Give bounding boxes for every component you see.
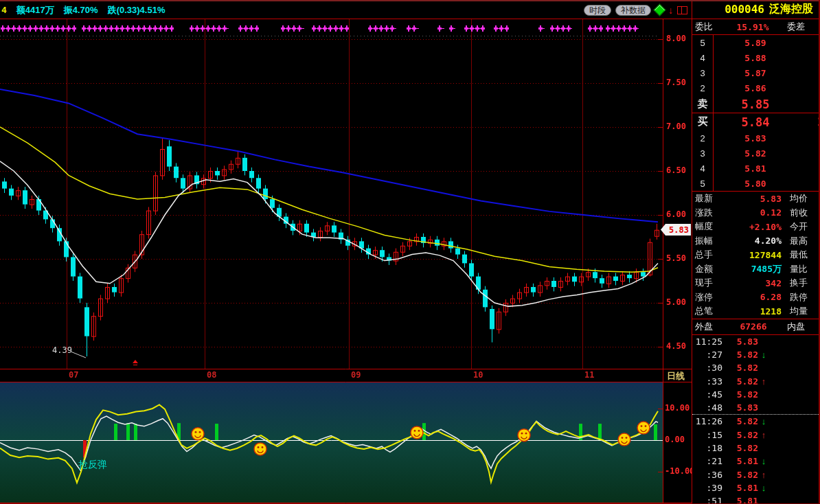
stat-row: 总手 127844 最低 [692,248,820,262]
price-axis-label: 6.00 [666,209,686,219]
window-split-icon[interactable] [677,6,687,14]
stats-table: 最新 5.83 均价 涨跌 0.12 前收 幅度 +2.10% 今开 振幅 4.… [692,191,820,319]
outer-volume-label: 外盘 [692,321,720,333]
tick-row: :30 5.82 78 [692,361,820,374]
turnover-label: 额4417万 [16,4,54,16]
bid1-volume: 16 [798,116,820,128]
stat-row: 现手 342 换手 [692,276,820,290]
tick-row: :45 5.82 24 [692,388,820,401]
ask-row: 5 5.89 79 [692,35,820,50]
leading-digit: 4 [1,5,7,15]
ask-rows: 5 5.89 79 4 5.88 22 3 5.87 6 2 5.86 10 [692,35,820,95]
top-status-bar: 4 额4417万 振4.70% 跌(0.33)4.51% 时段 补数据 ↓ [0,1,692,19]
tick-row: :39 5.81 ↓ 5 [692,481,820,494]
weicha-label: 委差 [787,21,820,33]
indicator-scale-label: 10.00 [665,403,690,413]
period-tab-daily[interactable]: 日线 [667,370,685,382]
stock-name: 泛海控股 [769,2,813,16]
price-axis-label: 7.50 [666,78,686,87]
tick-row: :15 5.82 ↑ 1 [692,428,820,442]
bid-row: 5 5.80 64 [692,176,820,191]
price-axis-label: 8.00 [666,34,686,43]
price-axis-label: 4.50 [666,341,686,351]
current-price-tag: 5.83 [661,224,691,236]
stock-title: 000046 泛海控股 [692,0,820,19]
month-label: 08 [207,370,216,380]
period-button[interactable]: 时段 [584,5,611,16]
stat-row: 总笔 1218 均量 [692,304,820,319]
amplitude-label: 振4.70% [64,4,98,16]
tick-row: :48 5.83 90 [692,401,820,414]
order-book: 5 5.89 79 4 5.88 22 3 5.87 6 2 5.86 10 [692,35,820,191]
bid-rows: 2 5.83 18 3 5.82 14 4 5.81 51 5 5.80 64 [692,130,820,191]
tick-list: 11:25 5.83 32 :27 5.82 ↓ 20 :30 5.82 78 … [692,335,820,504]
stat-row: 振幅 4.20% 最高 [692,234,820,249]
price-axis-label: 7.00 [666,122,686,131]
stat-row: 金额 7485万 量比 [692,262,820,277]
stat-row: 最新 5.83 均价 [692,192,820,206]
month-label: 07 [69,370,78,380]
indicator-scale-label: 0.00 [665,435,685,444]
low-price-label: 4.39 [52,345,72,355]
tick-row: :27 5.82 ↓ 20 [692,348,820,361]
bid-row: 4 5.81 51 [692,161,820,176]
tick-row: 11:25 5.83 32 [692,335,820,348]
bid1-row: 买 5.84 16 [692,113,820,130]
tick-row: :51 5.81 5 [692,494,820,504]
inner-volume-label: 内盘 [787,321,820,333]
bid-row: 3 5.82 14 [692,146,820,161]
bid1-price: 5.84 [713,115,798,129]
diamond-icon[interactable] [653,3,665,16]
stat-row: 涨停 6.28 跌停 [692,290,820,305]
ask1-row: 卖 5.85 5 [692,95,820,113]
quote-panel: 000046 泛海控股 委比 15.91% 委差 5 5.89 79 4 5.8… [692,0,820,504]
tick-row: :36 5.82 ↑ 5 [692,468,820,481]
price-axis-label: 5.00 [666,297,686,307]
rebound-signal-label: 抢反弹 [78,459,107,471]
change-label: 跌(0.33)4.51% [108,4,166,16]
outer-volume-value: 67266 [720,321,787,332]
price-axis-label: 5.50 [666,253,686,263]
stock-code: 000046 [725,3,764,16]
tdx-main-window: 4 额4417万 振4.70% 跌(0.33)4.51% 时段 补数据 ↓ 5.… [0,0,820,504]
ask1-price: 5.85 [713,98,798,111]
bid1-label: 买 [692,115,713,128]
month-label: 09 [351,370,361,380]
ask1-label: 卖 [692,98,713,111]
indicator-scale-label: -10.00 [665,466,694,476]
weibi-value: 15.91% [718,22,787,32]
bid-row: 2 5.83 18 [692,130,820,146]
window-top-border [0,0,820,1]
ask1-volume: 5 [798,98,820,111]
down-arrow-icon[interactable]: ↓ [668,5,673,15]
weibi-row: 委比 15.91% 委差 [692,19,820,35]
weibi-label: 委比 [692,21,718,33]
ask-row: 2 5.86 10 [692,80,820,95]
outer-inner-volume-row: 外盘 67266 内盘 [692,319,820,335]
ask-row: 3 5.87 6 [692,65,820,80]
stat-row: 涨跌 0.12 前收 [692,206,820,220]
fill-data-button[interactable]: 补数据 [615,5,651,16]
tick-row: 11:26 5.82 ↓ 96 [692,414,820,428]
price-chart-canvas[interactable] [0,0,692,504]
month-label: 11 [584,370,594,380]
tick-row: :33 5.82 ↑ 33 [692,374,820,387]
tick-row: :21 5.81 ↓ 90 [692,455,820,468]
price-axis-label: 6.50 [666,165,686,175]
stat-row: 幅度 +2.10% 今开 [692,220,820,234]
tick-row: :18 5.82 3 [692,442,820,455]
month-label: 10 [473,370,483,380]
ask-row: 4 5.88 22 [692,50,820,65]
